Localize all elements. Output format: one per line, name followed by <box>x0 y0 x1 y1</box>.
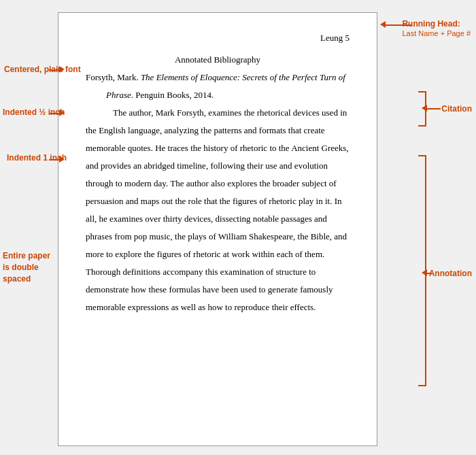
indented-half-arrow-line <box>49 113 59 114</box>
centered-arrowhead <box>59 66 65 73</box>
annotation-label-text: Annotation <box>429 269 472 278</box>
indented-one-arrow-line <box>49 159 59 161</box>
indented-half-text: Indented ½ inch <box>3 107 65 117</box>
indented-half-label: Indented ½ inch <box>3 107 65 117</box>
annotation-label: Annotation <box>429 269 472 278</box>
citation-label-arrowhead <box>422 105 427 112</box>
indented-one-arrowhead <box>59 156 65 163</box>
annotation-block: The author, Mark Forsyth, examines the r… <box>86 104 350 316</box>
citation-label-text: Citation <box>441 104 472 114</box>
centered-plain-text: Centered, plain font <box>4 65 81 74</box>
running-head-arrowhead <box>380 21 386 28</box>
centered-plain-label: Centered, plain font <box>4 65 81 74</box>
citation-normal-end: . Penguin Books, 2014. <box>131 90 214 100</box>
running-head-text: Leung 5 <box>320 33 350 43</box>
annotation-label-arrow <box>427 273 432 274</box>
double-spaced-text: Entire paper is double spaced <box>3 250 52 284</box>
running-head-label: Running Head: Last Name + Page # <box>402 19 471 38</box>
running-head-arrow-line <box>386 24 411 26</box>
citation-normal-start: Forsyth, Mark. <box>86 72 141 82</box>
citation-block: Forsyth, Mark. The Elements of Eloquence… <box>86 69 350 104</box>
running-head-desc-text: Last Name + Page # <box>402 29 471 37</box>
bibliography-title: Annotated Bibliography <box>86 51 350 69</box>
indented-one-text: Indented 1 inch <box>7 153 67 163</box>
running-head-title-text: Running Head: <box>402 19 460 29</box>
citation-label-arrow <box>427 108 441 109</box>
double-spaced-label: Entire paper is double spaced <box>3 250 52 284</box>
running-head: Leung 5 <box>86 32 350 44</box>
indented-one-label: Indented 1 inch <box>7 153 67 163</box>
indented-half-arrowhead <box>59 109 65 116</box>
citation-label: Citation <box>441 104 472 114</box>
annotation-label-arrowhead <box>422 269 427 276</box>
document-page: Leung 5 Annotated Bibliography Forsyth, … <box>58 12 377 446</box>
centered-arrow-line <box>49 69 59 71</box>
